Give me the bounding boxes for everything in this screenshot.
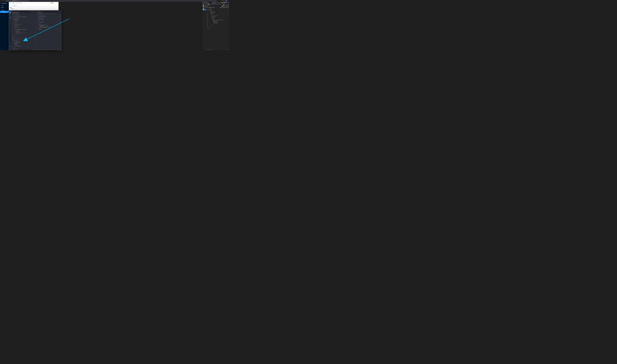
locale-status[interactable]: ZH-CN [57,49,59,50]
toolbar-icon[interactable]: ⋯ [35,12,36,13]
editor-breadcrumbs[interactable]: mock› TS asyncRoutes.ts› [12,13,37,14]
settings-icon[interactable]: ⚙ [57,3,58,3]
extensions-icon[interactable]: ▦ [10,18,11,20]
layout-icon[interactable]: ▭ [60,11,61,12]
close-detail-icon[interactable]: ✕ [207,7,208,8]
puzzle-icon[interactable]: 🧩 [222,0,223,1]
close-icon[interactable]: ✕ [16,5,16,5]
window-minimize-icon[interactable] [11,11,11,11]
editor-tab-asyncroutes[interactable]: TS asyncRoutes.ts M ✕ [12,12,20,13]
panel-icon[interactable]: ▣ [224,0,225,1]
toolbar-icon[interactable]: ⎘ [32,12,32,13]
eol-status[interactable]: LF [48,49,49,50]
filter-icon[interactable]: ▼ [205,3,206,4]
toolbar-icon[interactable]: ⊕ [33,12,33,13]
sidebar-item-multi[interactable]: 多级菜单 ⌃ [0,6,9,9]
compile-status[interactable]: Compile Hero: Off [36,49,40,50]
gear-icon[interactable]: ⚙ [10,48,11,49]
disable-cache-checkbox[interactable]: Disable cache [213,3,218,4]
response-json[interactable]: 1234567891011121314151617181920212223242… [207,8,229,49]
encoding-status[interactable]: UTF-8 [46,49,48,50]
sidebar-item-menu11[interactable]: 菜单1-1 [0,11,9,13]
bell-icon[interactable]: 🔔 [61,49,61,50]
name-column-header[interactable]: Name [202,7,207,8]
capture-checkbox[interactable]: Capture screenshots [222,6,229,7]
toolbar-icon[interactable]: ◌ [31,12,32,13]
bookmark-icon[interactable]: ▢ [10,25,11,26]
clear-icon[interactable]: ⊘ [204,3,204,4]
request-row[interactable]: getAs... [202,9,207,10]
tab-menu11[interactable]: 菜单1-1✕ [13,4,17,6]
preserve-log-checkbox[interactable]: Preserve log [208,3,213,4]
breadcrumb-item[interactable]: 多级菜单 [12,2,15,3]
tab-headers[interactable]: Headers [208,7,212,8]
record-button[interactable] [203,3,203,4]
explorer-icon[interactable]: 📄 [10,12,11,13]
admin-logo[interactable]: ◆ PureAdmin [0,2,9,4]
debug-icon[interactable]: ▷ [10,21,11,22]
layout-icon[interactable]: ▭ [58,11,59,12]
search-icon[interactable]: 🔍 [10,14,11,15]
breadcrumb-item[interactable]: 菜单1 [16,2,18,3]
export-icon[interactable]: ⤓ [226,3,226,4]
minimap[interactable] [59,15,62,49]
avatar[interactable]: 👤 [53,3,54,3]
sidebar-item-menu1[interactable]: 菜单1 ⌃ [0,9,9,11]
window-close-icon[interactable] [10,11,10,11]
device-icon[interactable]: ▢ [203,2,204,3]
editor-content-right[interactable]: 123456789101112131415161718 <script setu… [37,15,62,49]
search-icon[interactable]: 🔍 [49,3,50,3]
layout-icon[interactable]: ▭ [57,11,58,12]
close-icon[interactable]: ✕ [42,12,42,13]
account-icon[interactable]: 👤 [10,46,11,47]
inspect-icon[interactable]: ▣ [203,2,203,3]
branch-indicator[interactable]: ⎇ main* [10,50,12,50]
gear-icon[interactable]: ⚙ [226,2,227,3]
network-conditions-icon[interactable]: ⇅ [224,3,224,4]
star-icon[interactable]: ☆ [219,0,220,1]
search-icon[interactable]: 🔍 [206,3,207,4]
sync-icon[interactable]: ↓1 ↑0 [12,50,13,50]
issues-badge[interactable]: ▲ 1 [222,2,224,3]
share-icon[interactable]: ⤴ [218,0,218,1]
extension-icon[interactable]: ✱ [221,0,222,1]
large-rows-checkbox[interactable]: Use large request rows [203,5,211,5]
group-frame-checkbox[interactable]: Group by frame [223,5,229,5]
editor-content-left[interactable]: 1234567891011121314151617181920212223242… [12,15,37,49]
error-count[interactable]: ⊘ 0 ⚠ 0 [14,50,16,50]
info-badge[interactable]: ▣ 1 [224,2,225,3]
tab-response[interactable]: Response [215,7,219,8]
language-status[interactable]: TypeScript [50,49,52,50]
more-icon[interactable]: ⋮ [228,0,228,1]
throttling-select[interactable]: No throttling ▾ [219,3,223,4]
layout-icon[interactable]: ▭ [59,11,60,12]
prettier-status[interactable]: Prettier [53,49,55,50]
cursor-position[interactable]: 行 28, 列 3 [41,49,43,50]
tab-application[interactable]: Application [212,2,216,3]
window-maximize-icon[interactable] [12,11,12,11]
sidebar-item-home[interactable]: ⌂ 首页 [0,4,9,6]
remote-icon[interactable]: ◎ [10,23,11,24]
tab-initiator[interactable]: Initiator [219,7,222,8]
notifications-button[interactable]: 🔔13 [51,3,52,3]
tab-timing[interactable]: Timing [222,7,225,8]
forward-button[interactable]: → [2,0,3,1]
collapse-sidebar-button[interactable]: ⇤ [1,49,1,50]
reload-button[interactable]: ⟳ [3,0,4,1]
overview-checkbox[interactable]: Show overview [203,6,208,7]
import-icon[interactable]: ⤒ [225,3,225,4]
back-button[interactable]: ← [1,0,1,1]
close-icon[interactable]: ✕ [19,12,19,13]
tab-cookies[interactable]: Cookies [225,7,228,8]
editor-tab-indexvue[interactable]: V index.vue A ✕ [37,12,43,13]
toolbar-icon[interactable]: ⋯ [61,12,61,13]
toolbar-icon[interactable]: ▢ [34,12,35,13]
user-name[interactable]: admin [54,3,56,3]
toolbar-icon[interactable]: ▷ [33,12,34,13]
tabs-more-icon[interactable]: ⌄ [57,5,58,6]
request-row[interactable]: serve... [202,8,207,9]
tab-preview[interactable]: Preview [212,7,215,8]
breadcrumb-item[interactable]: 首页 [10,2,11,3]
profile-avatar[interactable] [226,0,227,1]
url-bar[interactable]: ▲ 不安全 | http://192.168.2.121:8848/#/nest… [5,0,217,2]
